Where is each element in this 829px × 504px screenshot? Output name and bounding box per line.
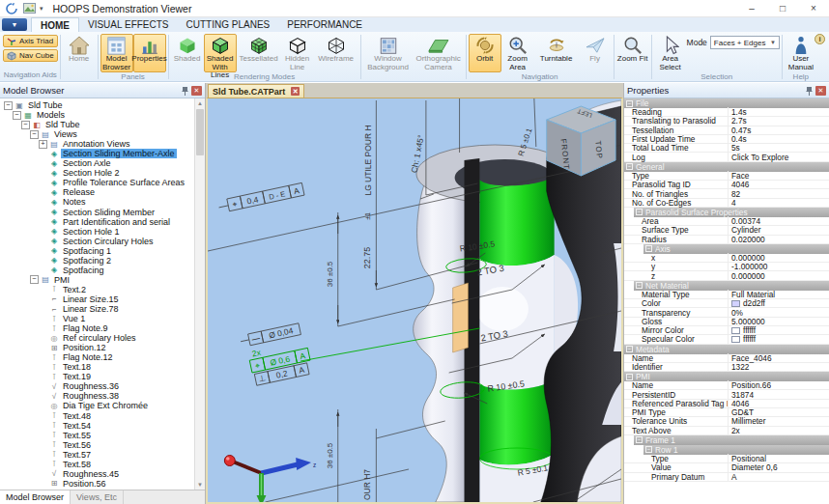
property-row[interactable]: LogClick To Explore [624,153,829,161]
tab-views-etc[interactable]: Views, Etc [71,490,124,504]
tree-item[interactable]: −▤Views [2,129,193,139]
scrollbar-thumb[interactable] [196,109,204,155]
property-section[interactable]: −Frame 1 [634,435,829,445]
collapse-icon[interactable]: − [626,346,633,352]
tree-item[interactable]: ◎Ref circulary Holes [2,333,193,343]
property-row[interactable]: z0.000000 [624,271,829,280]
tree-item[interactable]: ◈Section Sliding Member [2,208,193,217]
wireframe-button[interactable]: Wireframe [314,34,358,72]
tree-item[interactable]: ⊺Text.2 [2,285,193,294]
tree-item[interactable]: ⌐Linear Size.78 [2,304,193,314]
image-icon[interactable] [21,2,37,15]
selection-mode-dropdown[interactable]: Faces + Edges ▼ [710,36,780,49]
property-row[interactable]: Identifier1322 [624,363,829,372]
shaded-with-lines-button[interactable]: Shaded With Lines [204,34,237,72]
tree-item[interactable]: ⊺Text.58 [2,460,193,469]
tree-item[interactable]: ⊞Position.56 [2,479,193,489]
info-icon[interactable]: i [815,34,825,44]
collapse-icon[interactable]: − [626,374,633,380]
tree-item[interactable]: ⊞Position.12 [2,343,193,352]
collapse-icon[interactable]: − [636,282,643,289]
tree-item[interactable]: ◈Part Identification and serial [2,217,193,227]
tree-item[interactable]: ⊺Text.19 [2,372,193,381]
fcf-runout[interactable]: ⌖ 0,4 D - E A [217,182,304,212]
tree-item[interactable]: ◈Spotfacing [2,266,193,275]
tree-item[interactable]: ⊺Text.18 [2,362,193,372]
collapse-icon[interactable]: − [30,130,39,139]
nav-cube-toggle[interactable]: Nav Cube [3,49,58,62]
collapse-icon[interactable]: − [4,101,13,110]
document-tab[interactable]: Sld Tube.CATPart ✕ [208,84,304,98]
collapse-icon[interactable]: − [21,121,30,129]
tree-item[interactable]: ⊺Text.56 [2,440,193,450]
property-row[interactable]: Specular Colorffffff [624,335,829,344]
pin-icon[interactable] [181,86,189,96]
tab-performance[interactable]: PERFORMANCE [278,17,371,32]
tree-item[interactable]: √Roughness.36 [2,381,193,391]
tree-item[interactable]: ◈Section Hole 2 [2,168,193,178]
zoom-area-button[interactable]: Zoom Area [501,34,534,72]
tree-item[interactable]: ◈Section Sliding Member-Axle [2,149,193,158]
tree-item[interactable]: ◎Dia Tige Ext Chromée [2,401,193,410]
tree-item[interactable]: ⊺Text.48 [2,411,193,421]
close-button[interactable]: × [798,0,829,16]
document-close-icon[interactable]: ✕ [291,87,300,96]
tree-item[interactable]: √Roughness.45 [2,469,193,479]
model-browser-button[interactable]: Model Browser [100,34,133,72]
area-select-button[interactable]: Area Select [654,34,687,72]
tree-item[interactable]: −▤PMI [2,275,193,285]
tree-item[interactable]: ◈Section Circulary Holes [2,237,193,246]
tree-item[interactable]: −▦Models [2,110,193,120]
app-menu-button[interactable]: ▼ [2,18,27,31]
tree-item[interactable]: ⊺Text.57 [2,450,193,460]
fcf-position-stack[interactable]: — Ø 0,04 2x ⌖ Ø 0,6 A [240,322,313,387]
tree-item[interactable]: ◈Notes [2,197,193,207]
tree-item[interactable]: ◈Release [2,187,193,197]
tab-model-browser[interactable]: Model Browser [0,490,71,504]
zoom-fit-button[interactable]: Zoom Fit [616,34,649,72]
tree-item[interactable]: ⌐Linear Size.15 [2,294,193,304]
tessellated-button[interactable]: Tessellated [237,34,281,72]
axis-triad-toggle[interactable]: Axis Triad [3,35,58,47]
collapse-icon[interactable]: − [636,209,643,215]
orthographic-camera-button[interactable]: Orthographic Camera [414,34,464,72]
property-row[interactable]: No. of Co-Edges4 [624,199,829,208]
tree-item[interactable]: ⊺Vue 1 [2,314,193,323]
panel-close-icon[interactable]: ✕ [815,86,826,96]
panel-close-icon[interactable]: ✕ [191,86,202,96]
sync-icon[interactable] [4,2,19,15]
tree-item[interactable]: √Roughness.38 [2,391,193,401]
nav-cube[interactable]: FRONT TOP LEFT [547,106,615,176]
tree-item[interactable]: ◈Section Hole 1 [2,227,193,237]
tree-item[interactable]: +▤Annotation Views [2,139,193,149]
minimize-button[interactable]: – [736,0,767,16]
collapse-icon[interactable]: − [626,100,633,107]
fly-button[interactable]: Fly [579,34,612,72]
property-row[interactable]: Radius0.020000 [624,236,829,244]
viewport-3d[interactable]: 36 ±0.5 22.75 ±1 LG UTILE POUR H Ch: 1 x… [206,98,623,504]
tree-item[interactable]: ⊺Text.55 [2,431,193,440]
quick-access-dropdown-icon[interactable]: ▾ [40,5,43,13]
properties-button[interactable]: Properties [133,34,166,72]
collapse-icon[interactable]: − [13,111,21,120]
tree-item[interactable]: ◈Profile Tolerance Surface Areas [2,178,193,187]
tree-item[interactable]: ◈Spotfacing 1 [2,246,193,256]
collapse-icon[interactable]: − [645,245,652,252]
tab-home[interactable]: HOME [31,17,79,32]
property-row[interactable]: Primary DatumA [624,473,829,482]
tree-item[interactable]: ◈Section Axle [2,158,193,168]
tree-item[interactable]: −◧Sld Tube [2,120,193,129]
user-manual-button[interactable]: User Manual [785,34,817,72]
expand-icon[interactable]: + [39,140,47,149]
tree-item[interactable]: ⊺Flag Note.9 [2,323,193,333]
tree-item[interactable]: ⊺Flag Note.12 [2,352,193,362]
tab-visual-effects[interactable]: VISUAL EFFECTS [79,17,178,32]
tree-item[interactable]: ◈Spotfacing 2 [2,256,193,266]
scroll-down-icon[interactable]: ▼ [195,482,205,488]
hidden-line-button[interactable]: Hidden Line [281,34,314,72]
orbit-button[interactable]: Orbit [469,34,501,72]
collapse-icon[interactable]: − [636,436,643,443]
window-background-button[interactable]: Window Background [363,34,414,72]
maximize-button[interactable]: □ [767,0,798,16]
tab-cutting-planes[interactable]: CUTTING PLANES [178,17,279,32]
